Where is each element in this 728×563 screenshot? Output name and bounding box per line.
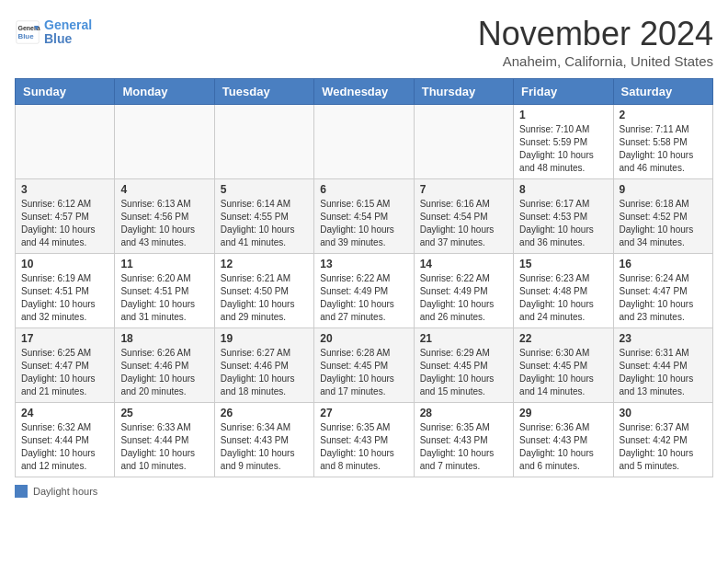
legend-label: Daylight hours (33, 486, 97, 497)
day-info: Sunrise: 6:27 AM Sunset: 4:46 PM Dayligh… (221, 347, 308, 398)
title-area: November 2024 Anaheim, California, Unite… (478, 15, 713, 69)
calendar-cell: 20Sunrise: 6:28 AM Sunset: 4:45 PM Dayli… (314, 328, 414, 403)
calendar-cell: 26Sunrise: 6:34 AM Sunset: 4:43 PM Dayli… (214, 403, 313, 477)
calendar-header-saturday: Saturday (613, 79, 712, 105)
day-info: Sunrise: 6:26 AM Sunset: 4:46 PM Dayligh… (120, 347, 208, 398)
day-number: 6 (320, 183, 407, 196)
calendar-cell: 25Sunrise: 6:33 AM Sunset: 4:44 PM Dayli… (115, 403, 214, 477)
day-info: Sunrise: 6:30 AM Sunset: 4:45 PM Dayligh… (519, 347, 607, 398)
day-number: 16 (620, 258, 707, 270)
day-info: Sunrise: 6:31 AM Sunset: 4:44 PM Dayligh… (620, 347, 707, 398)
day-number: 23 (620, 332, 707, 345)
calendar-cell: 7Sunrise: 6:16 AM Sunset: 4:54 PM Daylig… (414, 179, 513, 254)
legend: Daylight hours (15, 485, 713, 498)
calendar-header-thursday: Thursday (414, 79, 513, 105)
legend-box (15, 485, 28, 498)
day-number: 30 (620, 407, 707, 419)
calendar-cell: 21Sunrise: 6:29 AM Sunset: 4:45 PM Dayli… (414, 328, 513, 403)
calendar-cell (414, 105, 513, 179)
day-number: 20 (320, 332, 407, 345)
calendar-week-2: 10Sunrise: 6:19 AM Sunset: 4:51 PM Dayli… (16, 254, 713, 328)
day-info: Sunrise: 6:22 AM Sunset: 4:49 PM Dayligh… (420, 272, 507, 324)
day-info: Sunrise: 6:25 AM Sunset: 4:47 PM Dayligh… (21, 347, 108, 398)
calendar-cell: 10Sunrise: 6:19 AM Sunset: 4:51 PM Dayli… (16, 254, 115, 328)
calendar-body: 1Sunrise: 7:10 AM Sunset: 5:59 PM Daylig… (16, 105, 713, 477)
month-title: November 2024 (478, 15, 713, 53)
day-info: Sunrise: 6:13 AM Sunset: 4:56 PM Dayligh… (120, 198, 208, 249)
day-number: 3 (21, 183, 108, 196)
calendar-cell: 3Sunrise: 6:12 AM Sunset: 4:57 PM Daylig… (16, 179, 115, 254)
calendar-cell: 12Sunrise: 6:21 AM Sunset: 4:50 PM Dayli… (214, 254, 313, 328)
calendar-cell: 2Sunrise: 7:11 AM Sunset: 5:58 PM Daylig… (613, 105, 712, 179)
calendar-cell: 14Sunrise: 6:22 AM Sunset: 4:49 PM Dayli… (414, 254, 513, 328)
day-number: 5 (221, 183, 308, 196)
day-number: 10 (21, 258, 108, 270)
day-info: Sunrise: 6:16 AM Sunset: 4:54 PM Dayligh… (420, 198, 507, 249)
calendar-header-friday: Friday (514, 79, 613, 105)
day-info: Sunrise: 6:33 AM Sunset: 4:44 PM Dayligh… (120, 421, 208, 473)
logo-icon: General Blue (15, 19, 40, 45)
calendar-cell: 15Sunrise: 6:23 AM Sunset: 4:48 PM Dayli… (514, 254, 613, 328)
calendar-cell: 29Sunrise: 6:36 AM Sunset: 4:43 PM Dayli… (514, 403, 613, 477)
day-info: Sunrise: 6:22 AM Sunset: 4:49 PM Dayligh… (320, 272, 407, 324)
calendar-header-tuesday: Tuesday (214, 79, 313, 105)
calendar-cell: 22Sunrise: 6:30 AM Sunset: 4:45 PM Dayli… (514, 328, 613, 403)
calendar-cell: 23Sunrise: 6:31 AM Sunset: 4:44 PM Dayli… (613, 328, 712, 403)
day-info: Sunrise: 6:34 AM Sunset: 4:43 PM Dayligh… (221, 421, 308, 473)
day-number: 17 (21, 332, 108, 345)
day-number: 18 (120, 332, 208, 345)
calendar-cell: 8Sunrise: 6:17 AM Sunset: 4:53 PM Daylig… (514, 179, 613, 254)
day-info: Sunrise: 6:23 AM Sunset: 4:48 PM Dayligh… (519, 272, 607, 324)
day-number: 2 (620, 109, 707, 121)
day-info: Sunrise: 6:29 AM Sunset: 4:45 PM Dayligh… (420, 347, 507, 398)
day-info: Sunrise: 6:18 AM Sunset: 4:52 PM Dayligh… (620, 198, 707, 249)
day-number: 27 (320, 407, 407, 419)
calendar-cell: 5Sunrise: 6:14 AM Sunset: 4:55 PM Daylig… (214, 179, 313, 254)
day-info: Sunrise: 7:11 AM Sunset: 5:58 PM Dayligh… (620, 123, 707, 175)
calendar-week-3: 17Sunrise: 6:25 AM Sunset: 4:47 PM Dayli… (16, 328, 713, 403)
calendar-cell: 1Sunrise: 7:10 AM Sunset: 5:59 PM Daylig… (514, 105, 613, 179)
day-info: Sunrise: 6:14 AM Sunset: 4:55 PM Dayligh… (221, 198, 308, 249)
calendar-cell: 30Sunrise: 6:37 AM Sunset: 4:42 PM Dayli… (613, 403, 712, 477)
calendar-cell (214, 105, 313, 179)
day-number: 11 (120, 258, 208, 270)
day-info: Sunrise: 6:37 AM Sunset: 4:42 PM Dayligh… (620, 421, 707, 473)
day-number: 7 (420, 183, 507, 196)
day-info: Sunrise: 6:21 AM Sunset: 4:50 PM Dayligh… (221, 272, 308, 324)
day-info: Sunrise: 7:10 AM Sunset: 5:59 PM Dayligh… (519, 123, 607, 175)
day-number: 13 (320, 258, 407, 270)
calendar-cell: 11Sunrise: 6:20 AM Sunset: 4:51 PM Dayli… (115, 254, 214, 328)
calendar-header-sunday: Sunday (16, 79, 115, 105)
day-number: 9 (620, 183, 707, 196)
day-number: 21 (420, 332, 507, 345)
calendar-cell (16, 105, 115, 179)
day-info: Sunrise: 6:19 AM Sunset: 4:51 PM Dayligh… (21, 272, 108, 324)
location: Anaheim, California, United States (478, 53, 713, 69)
calendar-header-row: SundayMondayTuesdayWednesdayThursdayFrid… (16, 79, 713, 105)
day-number: 28 (420, 407, 507, 419)
day-number: 1 (519, 109, 607, 121)
calendar-week-0: 1Sunrise: 7:10 AM Sunset: 5:59 PM Daylig… (16, 105, 713, 179)
calendar-cell: 6Sunrise: 6:15 AM Sunset: 4:54 PM Daylig… (314, 179, 414, 254)
day-info: Sunrise: 6:17 AM Sunset: 4:53 PM Dayligh… (519, 198, 607, 249)
calendar-cell: 13Sunrise: 6:22 AM Sunset: 4:49 PM Dayli… (314, 254, 414, 328)
day-number: 8 (519, 183, 607, 196)
calendar-cell (314, 105, 414, 179)
calendar-cell: 17Sunrise: 6:25 AM Sunset: 4:47 PM Dayli… (16, 328, 115, 403)
day-info: Sunrise: 6:35 AM Sunset: 4:43 PM Dayligh… (420, 421, 507, 473)
calendar-week-1: 3Sunrise: 6:12 AM Sunset: 4:57 PM Daylig… (16, 179, 713, 254)
day-number: 15 (519, 258, 607, 270)
logo-text: General Blue (44, 18, 92, 47)
calendar-header-monday: Monday (115, 79, 214, 105)
day-number: 4 (120, 183, 208, 196)
header: General Blue General Blue November 2024 … (15, 15, 713, 69)
calendar-cell: 28Sunrise: 6:35 AM Sunset: 4:43 PM Dayli… (414, 403, 513, 477)
day-info: Sunrise: 6:20 AM Sunset: 4:51 PM Dayligh… (120, 272, 208, 324)
calendar-cell: 16Sunrise: 6:24 AM Sunset: 4:47 PM Dayli… (613, 254, 712, 328)
day-number: 29 (519, 407, 607, 419)
calendar-header-wednesday: Wednesday (314, 79, 414, 105)
day-info: Sunrise: 6:35 AM Sunset: 4:43 PM Dayligh… (320, 421, 407, 473)
calendar-cell: 24Sunrise: 6:32 AM Sunset: 4:44 PM Dayli… (16, 403, 115, 477)
day-number: 25 (120, 407, 208, 419)
day-info: Sunrise: 6:12 AM Sunset: 4:57 PM Dayligh… (21, 198, 108, 249)
